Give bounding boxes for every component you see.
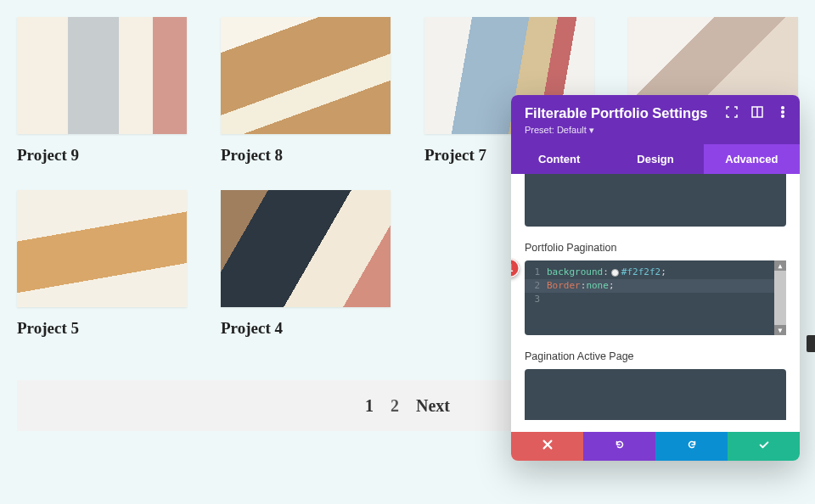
scrollbar[interactable]: ▲ ▼ (774, 260, 786, 335)
svg-point-2 (782, 111, 784, 114)
code-text: Border:none; (547, 279, 615, 293)
code-block-top[interactable] (525, 174, 786, 227)
project-title: Project 9 (17, 146, 187, 165)
annotation-marker: 1 (511, 259, 520, 277)
svg-point-3 (782, 115, 784, 118)
close-icon (542, 439, 554, 454)
project-title: Project 5 (17, 319, 187, 338)
portfolio-card[interactable]: Project 4 (221, 190, 391, 338)
portfolio-card[interactable]: Project 5 (17, 190, 187, 338)
panel-body: Portfolio Pagination 1 1 background:#f2f… (511, 174, 800, 432)
panel-tabs: Content Design Advanced (511, 144, 800, 174)
tab-design[interactable]: Design (607, 144, 703, 174)
portfolio-card[interactable]: Project 9 (17, 17, 187, 165)
project-thumbnail[interactable] (17, 190, 187, 307)
project-title: Project 4 (221, 319, 391, 338)
preset-dropdown[interactable]: Preset: Default ▾ (525, 125, 594, 144)
focus-icon[interactable] (725, 105, 739, 119)
panel-footer (511, 432, 800, 461)
portfolio-card[interactable]: Project 8 (221, 17, 391, 165)
tab-content[interactable]: Content (511, 144, 607, 174)
line-number: 2 (525, 279, 547, 293)
line-number: 3 (525, 293, 547, 306)
scroll-up-icon[interactable]: ▲ (774, 260, 786, 271)
project-thumbnail[interactable] (221, 17, 391, 134)
tab-advanced[interactable]: Advanced (704, 144, 800, 174)
svg-point-1 (782, 107, 784, 109)
project-thumbnail[interactable] (17, 17, 187, 134)
code-block-bottom[interactable] (525, 369, 786, 420)
redo-button[interactable] (655, 432, 728, 461)
right-edge-peek (807, 335, 815, 352)
cancel-button[interactable] (511, 432, 583, 461)
line-number: 1 (525, 266, 547, 279)
pagination-page-2[interactable]: 2 (391, 396, 399, 416)
redo-icon (686, 439, 698, 454)
color-swatch-icon (611, 269, 619, 277)
section-label-pagination-active: Pagination Active Page (525, 350, 786, 362)
scroll-down-icon[interactable]: ▼ (774, 325, 786, 335)
undo-icon (614, 439, 626, 454)
pagination-page-1[interactable]: 1 (365, 396, 374, 416)
pagination-next[interactable]: Next (416, 396, 450, 416)
project-title: Project 8 (221, 146, 391, 165)
code-text: background:#f2f2f2; (547, 266, 666, 279)
section-label-portfolio-pagination: Portfolio Pagination (525, 242, 786, 254)
project-thumbnail[interactable] (221, 190, 391, 307)
css-code-editor[interactable]: 1 background:#f2f2f2; 2 Border:none; 3 ▲ (525, 260, 786, 335)
header-icon-group (725, 105, 790, 119)
more-icon[interactable] (776, 105, 790, 119)
expand-icon[interactable] (750, 105, 764, 119)
settings-panel: Filterable Portfolio Settings Preset: De… (511, 95, 800, 461)
panel-header: Filterable Portfolio Settings Preset: De… (511, 95, 800, 144)
check-icon (758, 439, 770, 454)
save-button[interactable] (728, 432, 800, 461)
undo-button[interactable] (583, 432, 655, 461)
